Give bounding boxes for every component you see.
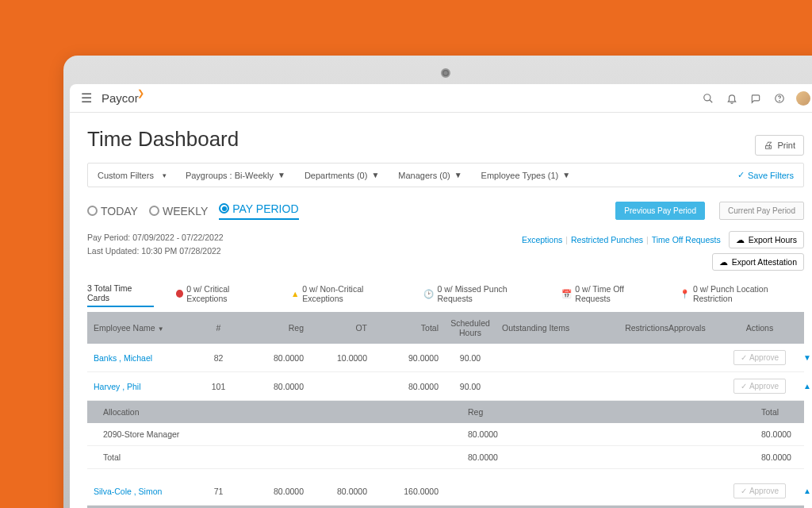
top-bar: ☰ Paycor ❯ bbox=[70, 84, 812, 113]
restricted-punches-link[interactable]: Restricted Punches bbox=[571, 235, 643, 244]
check-icon: ✓ bbox=[741, 487, 747, 495]
table-row: Banks , Michael 82 80.0000 10.0000 90.00… bbox=[87, 344, 804, 372]
red-dot-icon bbox=[176, 290, 184, 298]
employee-link[interactable]: Banks , Michael bbox=[94, 353, 197, 363]
table-row: Harvey , Phil 101 80.0000 80.0000 90.00 … bbox=[87, 372, 804, 401]
sort-desc-icon: ▼ bbox=[158, 325, 164, 333]
employee-link[interactable]: Harvey , Phil bbox=[94, 382, 197, 391]
expand-toggle[interactable]: ▼ bbox=[795, 353, 812, 362]
search-icon[interactable] bbox=[701, 91, 715, 106]
warning-icon: ▲ bbox=[291, 289, 299, 298]
summary-critical[interactable]: 0 w/ Critical Exceptions bbox=[176, 284, 269, 306]
filter-icon: ▼ bbox=[278, 171, 285, 179]
last-updated: Last Updated: 10:30 PM 07/28/2022 bbox=[87, 244, 224, 258]
cloud-icon: ☁ bbox=[736, 235, 745, 244]
svg-line-1 bbox=[710, 99, 713, 102]
tab-today[interactable]: TODAY bbox=[87, 205, 138, 217]
allocation-row: 2090-Store Manager 80.0000 80.0000 bbox=[87, 423, 804, 446]
employee-types-filter[interactable]: Employee Types (1)▼ bbox=[481, 171, 571, 180]
notifications-icon[interactable] bbox=[725, 91, 739, 106]
col-total[interactable]: Total bbox=[367, 323, 439, 333]
filter-icon: ▼ bbox=[454, 171, 462, 179]
check-icon: ✓ bbox=[737, 170, 745, 180]
radio-icon bbox=[149, 206, 159, 216]
svg-point-0 bbox=[704, 94, 710, 100]
calendar-icon: 📅 bbox=[561, 289, 572, 299]
device-camera bbox=[441, 68, 450, 78]
col-outstanding[interactable]: Outstanding Items bbox=[502, 323, 597, 333]
summary-location[interactable]: 📍0 w/ Punch Location Restriction bbox=[680, 284, 804, 306]
col-reg[interactable]: Reg bbox=[240, 323, 304, 333]
summary-timeoff[interactable]: 📅0 w/ Time Off Requests bbox=[561, 284, 657, 306]
collapse-toggle[interactable]: ▲ bbox=[795, 382, 812, 391]
hamburger-menu-icon[interactable]: ☰ bbox=[81, 90, 92, 106]
check-icon: ✓ bbox=[741, 382, 747, 391]
summary-total[interactable]: 3 Total Time Cards bbox=[87, 283, 154, 307]
summary-tabs: 3 Total Time Cards 0 w/ Critical Excepti… bbox=[87, 283, 804, 307]
allocation-header: Allocation Reg Total bbox=[87, 401, 804, 423]
avatar-icon[interactable] bbox=[796, 91, 810, 106]
exceptions-link[interactable]: Exceptions bbox=[522, 235, 562, 244]
filter-icon: ▼ bbox=[371, 171, 379, 179]
col-restrictions[interactable]: Restrictions bbox=[597, 323, 668, 333]
allocation-row: Total 80.0000 80.0000 bbox=[87, 446, 804, 469]
clock-icon: 🕑 bbox=[423, 289, 434, 299]
save-filters-button[interactable]: ✓ Save Filters bbox=[737, 170, 794, 180]
tab-weekly[interactable]: WEEKLY bbox=[149, 205, 208, 217]
time-off-requests-link[interactable]: Time Off Requests bbox=[652, 235, 721, 244]
approve-button[interactable]: ✓Approve bbox=[733, 350, 786, 365]
col-employee-name[interactable]: Employee Name▼ bbox=[94, 323, 197, 333]
brand-swoosh-icon: ❯ bbox=[137, 88, 144, 98]
page-title: Time Dashboard bbox=[87, 127, 239, 152]
svg-point-3 bbox=[779, 100, 780, 101]
custom-filters-dropdown[interactable]: Custom Filters▾ bbox=[98, 171, 167, 180]
print-button[interactable]: 🖨 Print bbox=[755, 135, 804, 156]
table-row: Silva-Cole , Simon 71 80.0000 80.0000 16… bbox=[87, 477, 804, 506]
chevron-down-icon: ▾ bbox=[163, 171, 167, 179]
radio-icon bbox=[87, 206, 98, 216]
pay-period-range: Pay Period: 07/09/2022 - 07/22/2022 bbox=[87, 231, 224, 244]
brand-name: Paycor bbox=[102, 91, 139, 105]
brand-logo: Paycor ❯ bbox=[102, 91, 146, 105]
export-hours-button[interactable]: ☁ Export Hours bbox=[729, 231, 804, 248]
radio-icon bbox=[219, 203, 229, 214]
help-icon[interactable] bbox=[772, 91, 787, 106]
pin-icon: 📍 bbox=[680, 289, 690, 299]
print-icon: 🖨 bbox=[764, 140, 773, 151]
filter-bar: Custom Filters▾ Paygroups : Bi-Weekly▼ D… bbox=[87, 163, 804, 187]
tab-pay-period[interactable]: PAY PERIOD bbox=[219, 202, 298, 220]
collapse-toggle[interactable]: ▲ bbox=[795, 487, 812, 495]
col-ot[interactable]: OT bbox=[304, 323, 367, 333]
managers-filter[interactable]: Managers (0)▼ bbox=[398, 171, 462, 180]
col-actions[interactable]: Actions bbox=[724, 323, 795, 333]
check-icon: ✓ bbox=[741, 353, 747, 362]
table-header-row: Employee Name▼ # Reg OT Total Scheduled … bbox=[87, 312, 804, 344]
export-attestation-button[interactable]: ☁ Export Attestation bbox=[712, 253, 804, 271]
summary-noncritical[interactable]: ▲0 w/ Non-Critical Exceptions bbox=[291, 284, 402, 306]
cloud-icon: ☁ bbox=[719, 257, 728, 267]
chat-icon[interactable] bbox=[749, 91, 763, 106]
summary-missed[interactable]: 🕑0 w/ Missed Punch Requests bbox=[423, 284, 539, 306]
paygroups-filter[interactable]: Paygroups : Bi-Weekly▼ bbox=[186, 171, 285, 180]
departments-filter[interactable]: Departments (0)▼ bbox=[304, 171, 379, 180]
filter-icon: ▼ bbox=[562, 171, 570, 179]
employee-link[interactable]: Silva-Cole , Simon bbox=[94, 487, 197, 496]
approve-button[interactable]: ✓Approve bbox=[733, 379, 786, 394]
col-approvals[interactable]: Approvals bbox=[668, 323, 724, 333]
col-number[interactable]: # bbox=[197, 323, 240, 333]
previous-pay-period-button[interactable]: Previous Pay Period bbox=[615, 202, 705, 220]
col-scheduled[interactable]: Scheduled Hours bbox=[439, 318, 502, 337]
current-pay-period-button[interactable]: Current Pay Period bbox=[719, 202, 804, 220]
approve-button[interactable]: ✓Approve bbox=[733, 483, 786, 498]
